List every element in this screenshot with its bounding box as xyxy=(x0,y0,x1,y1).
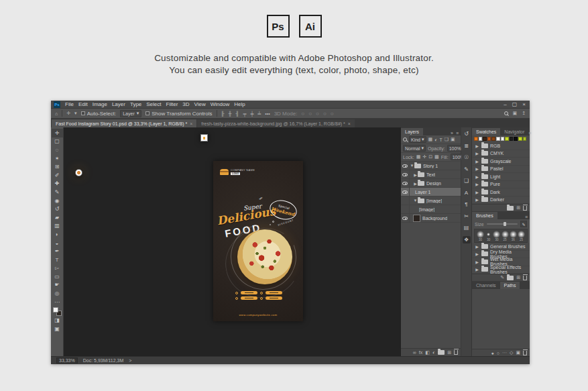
paragraph-icon[interactable]: ¶ xyxy=(463,201,471,208)
show-transform-checkbox[interactable] xyxy=(145,111,150,115)
swatch-group[interactable]: ▶ Grayscale xyxy=(472,158,530,166)
path-selection-tool[interactable]: ▻ xyxy=(52,264,63,273)
swatch[interactable] xyxy=(501,137,505,141)
menu-filter[interactable]: Filter xyxy=(166,101,178,107)
gradient-tool[interactable]: ▥ xyxy=(52,222,63,231)
tab-channels[interactable]: Channels xyxy=(472,282,500,289)
close-tab-icon[interactable]: × xyxy=(348,121,351,126)
layer-row-selected[interactable]: Layer 1 xyxy=(401,188,461,197)
align-middle-icon[interactable]: ╪ xyxy=(250,111,253,116)
brush-preset[interactable]: 36 xyxy=(510,231,517,241)
selection-from-path-icon[interactable]: ⋯ xyxy=(502,350,507,355)
tab-swatches[interactable]: Swatches xyxy=(472,128,500,135)
layer-row[interactable]: ▼ [Image] xyxy=(401,197,461,205)
align-bottom-icon[interactable]: ╧ xyxy=(257,111,261,116)
brush-preset[interactable]: 30 xyxy=(493,231,500,241)
delete-layer-icon[interactable] xyxy=(454,350,458,355)
align-top-icon[interactable]: ╤ xyxy=(243,111,246,116)
brush-settings-icon[interactable]: ✎ xyxy=(463,166,471,173)
swatch[interactable] xyxy=(510,137,514,141)
dodge-tool[interactable]: ◒ xyxy=(52,239,63,247)
group-caret-icon[interactable]: ▼ xyxy=(410,164,414,168)
move-tool[interactable]: ✛ xyxy=(52,129,63,137)
link-layers-icon[interactable]: ∞ xyxy=(413,350,416,355)
align-left-icon[interactable]: ╟ xyxy=(221,111,225,116)
eraser-tool[interactable]: ▰ xyxy=(52,213,63,222)
brush-settings-toggle[interactable]: ✎ xyxy=(520,221,527,227)
brush-size-slider[interactable] xyxy=(487,223,518,225)
visibility-toggle[interactable] xyxy=(401,162,410,170)
menu-image[interactable]: Image xyxy=(93,101,107,107)
layer-row[interactable]: Background xyxy=(401,214,461,223)
tab-layers[interactable]: Layers xyxy=(401,128,423,135)
swatch-group[interactable]: ▶ Pastel xyxy=(472,166,530,174)
timeline-icon[interactable]: ✂ xyxy=(463,213,471,220)
layer-row[interactable]: [Image] xyxy=(401,205,461,214)
swatch-group[interactable]: ▶ Darker xyxy=(472,197,530,205)
foreground-background-swatches[interactable] xyxy=(53,307,62,316)
tab-paths[interactable]: Paths xyxy=(500,282,520,289)
swatch-group[interactable]: ▶ CMYK xyxy=(472,150,530,158)
document-tab-active[interactable]: Fast Food Instagram Story 01.psd @ 33,3%… xyxy=(52,119,196,127)
menu-file[interactable]: File xyxy=(65,101,74,107)
lasso-tool[interactable]: ◌ xyxy=(52,146,63,154)
delete-brush-icon[interactable] xyxy=(523,276,527,280)
swatch[interactable] xyxy=(483,137,487,141)
brush-group[interactable]: ▶ Special Effects Brushes xyxy=(472,266,530,274)
group-caret-icon[interactable]: ▼ xyxy=(413,199,418,203)
visibility-toggle[interactable] xyxy=(401,179,410,188)
properties-icon[interactable]: ≣ xyxy=(463,142,471,150)
edit-toolbar-icon[interactable]: ⋯ xyxy=(52,298,63,306)
lock-transparency-icon[interactable]: ▦ xyxy=(416,154,421,160)
share-icon[interactable]: ↥ xyxy=(522,111,526,116)
filter-pixel-icon[interactable]: ▦ xyxy=(428,137,433,142)
collapse-panel-icon[interactable]: » xyxy=(451,131,453,135)
foreground-color-swatch[interactable] xyxy=(53,307,58,313)
menu-select[interactable]: Select xyxy=(146,101,161,107)
healing-brush-tool[interactable]: ✚ xyxy=(52,180,63,188)
home-icon[interactable]: ⌂ xyxy=(55,111,58,116)
filter-type-icon[interactable]: T xyxy=(439,137,442,142)
brush-preset[interactable]: 30 xyxy=(485,231,492,241)
menu-help[interactable]: Help xyxy=(234,101,245,107)
brush-tool[interactable]: ✎ xyxy=(52,188,63,197)
adjustment-layer-icon[interactable]: ◐ xyxy=(432,350,435,355)
libraries-icon[interactable]: ▤ xyxy=(463,224,471,231)
swatch[interactable] xyxy=(479,137,483,141)
close-button[interactable]: × xyxy=(522,101,526,107)
workspace-icon[interactable]: ▣ xyxy=(513,111,518,116)
tab-brushes[interactable]: Brushes xyxy=(472,212,497,219)
menu-type[interactable]: Type xyxy=(130,101,141,107)
more-options-icon[interactable]: ••• xyxy=(265,111,270,116)
delete-path-icon[interactable] xyxy=(523,351,527,355)
visibility-toggle[interactable] xyxy=(401,170,410,179)
swatch[interactable] xyxy=(496,137,500,141)
auto-select-checkbox[interactable] xyxy=(81,111,85,115)
pen-tool[interactable]: ✒ xyxy=(52,247,63,256)
search-icon[interactable] xyxy=(504,111,508,115)
minimize-button[interactable]: – xyxy=(504,101,506,107)
rectangle-tool[interactable]: ▭ xyxy=(52,272,63,281)
panel-menu-icon[interactable]: ≡ xyxy=(456,131,459,135)
visibility-toggle[interactable] xyxy=(401,214,410,223)
lock-all-icon[interactable]: ▩ xyxy=(434,154,439,160)
maximize-button[interactable]: ▢ xyxy=(512,101,518,107)
menu-window[interactable]: Window xyxy=(211,101,229,107)
swatch[interactable] xyxy=(487,137,491,141)
blur-tool[interactable]: ◗ xyxy=(52,230,63,239)
close-tab-icon[interactable]: × xyxy=(190,121,192,126)
align-center-icon[interactable]: ╫ xyxy=(228,111,231,116)
swatch-group[interactable]: ▶ Dark xyxy=(472,188,530,197)
canvas[interactable]: COMPANY NAME LOGO ∕∕ Super Delicious FOO… xyxy=(64,127,401,356)
blend-mode-dropdown[interactable]: Normal ▾ xyxy=(403,145,426,152)
new-brush-icon[interactable]: ✎ xyxy=(500,275,504,280)
quick-mask-icon[interactable]: ◨ xyxy=(52,316,63,325)
new-group-icon[interactable] xyxy=(438,350,445,355)
move-tool-icon[interactable]: ✛ xyxy=(66,111,70,116)
swatch[interactable] xyxy=(514,137,518,141)
layer-mask-icon[interactable]: ◧ xyxy=(425,350,430,355)
info-icon[interactable]: ☉ xyxy=(463,154,471,161)
filter-smart-icon[interactable]: ▣ xyxy=(451,137,455,142)
clone-stamp-tool[interactable]: ◉ xyxy=(52,197,63,205)
swatch[interactable] xyxy=(491,137,495,141)
